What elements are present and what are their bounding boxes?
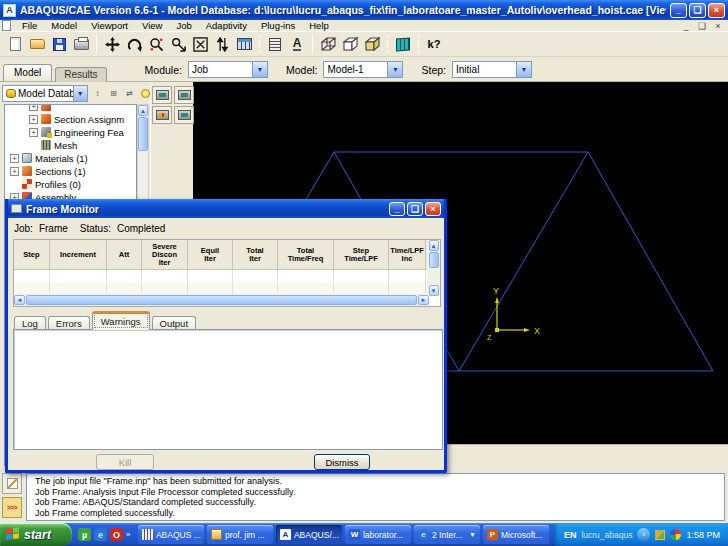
close-button[interactable]: × — [708, 3, 725, 18]
tab-model[interactable]: Model — [3, 64, 52, 81]
wireframe-display-button[interactable] — [317, 34, 339, 55]
menu-view[interactable]: View — [135, 20, 169, 32]
expand-icon[interactable] — [29, 104, 38, 111]
task-button-powerpoint[interactable]: P Microsoft... — [483, 525, 549, 544]
shaded-display-button[interactable] — [361, 34, 383, 55]
create-job-button[interactable] — [152, 86, 172, 104]
module-combo[interactable]: Job — [188, 61, 268, 78]
pan-view-button[interactable] — [101, 34, 123, 55]
chevron-down-icon[interactable] — [252, 62, 267, 77]
scroll-up-icon[interactable]: ▲ — [138, 105, 148, 116]
opera-icon[interactable]: O — [110, 528, 123, 541]
warnings-output-box[interactable] — [13, 329, 443, 450]
box-zoom-button[interactable] — [167, 34, 189, 55]
menu-adaptivity[interactable]: Adaptivity — [199, 20, 254, 32]
child-restore-button[interactable]: ❏ — [696, 20, 708, 31]
utorrent-icon[interactable]: µ — [78, 528, 91, 541]
step-combo[interactable]: Initial — [452, 61, 532, 78]
table-vertical-scrollbar[interactable]: ▲ ▼ — [427, 240, 440, 296]
expand-icon[interactable] — [10, 154, 19, 163]
open-file-button[interactable] — [26, 34, 48, 55]
restore-button[interactable]: ❏ — [689, 3, 706, 18]
minimize-button[interactable]: _ — [670, 3, 687, 18]
group-caret-icon[interactable]: ▼ — [469, 531, 476, 538]
view-options-button[interactable] — [233, 34, 255, 55]
menu-job[interactable]: Job — [169, 20, 198, 32]
tree-item-engineering-features[interactable]: Engineering Fea — [5, 126, 136, 138]
lightbulb-icon[interactable] — [139, 87, 152, 100]
scroll-thumb[interactable] — [26, 295, 417, 305]
chevron-down-icon[interactable] — [73, 86, 87, 101]
mesh-display-button[interactable] — [392, 34, 414, 55]
expand-icon[interactable] — [10, 167, 19, 176]
tab-warnings[interactable]: Warnings — [92, 311, 150, 330]
menu-plugins[interactable]: Plug-ins — [254, 20, 302, 32]
dialog-maximize-button[interactable]: ❏ — [407, 202, 423, 216]
scroll-thumb[interactable] — [138, 117, 148, 151]
table-horizontal-scrollbar[interactable]: ◄ ► — [14, 294, 429, 306]
cycle-views-button[interactable] — [211, 34, 233, 55]
menu-file[interactable]: File — [15, 20, 44, 32]
start-button[interactable]: start — [0, 523, 72, 546]
chevron-down-icon[interactable] — [387, 62, 402, 77]
kill-button[interactable]: Kill — [96, 454, 154, 470]
child-minimize-button[interactable]: _ — [680, 20, 692, 31]
scroll-right-icon[interactable]: ► — [418, 295, 429, 305]
tree-filter-icon[interactable]: ⇄ — [123, 87, 136, 100]
tree-item-mesh[interactable]: Mesh — [5, 139, 136, 151]
tree-item-profiles[interactable]: Profiles (0) — [5, 178, 136, 190]
task-button-word-doc[interactable]: W laborator... — [345, 525, 411, 544]
tray-pinwheel-icon[interactable] — [670, 529, 681, 540]
internet-explorer-icon[interactable]: e — [94, 528, 107, 541]
scroll-thumb[interactable] — [429, 252, 439, 268]
tray-app-icon[interactable] — [655, 530, 665, 540]
chevron-down-icon[interactable] — [516, 62, 531, 77]
dialog-minimize-button[interactable]: _ — [389, 202, 405, 216]
scroll-down-icon[interactable]: ▼ — [429, 285, 439, 296]
menu-help[interactable]: Help — [302, 20, 336, 32]
tab-results[interactable]: Results — [55, 67, 106, 82]
child-close-button[interactable]: × — [712, 20, 724, 31]
message-log-tab[interactable] — [2, 473, 22, 494]
expand-icon[interactable] — [29, 128, 38, 137]
task-button-internet-group[interactable]: e 2 Inter... ▼ — [414, 525, 480, 544]
title-bar[interactable]: A ABAQUS/CAE Version 6.6-1 - Model Datab… — [0, 0, 728, 20]
rotate-view-button[interactable] — [123, 34, 145, 55]
query-button[interactable] — [264, 34, 286, 55]
new-file-button[interactable] — [4, 34, 26, 55]
menu-model[interactable]: Model — [44, 20, 84, 32]
hide-icons-chevron[interactable]: ‹ — [637, 528, 650, 541]
tree-item-sections[interactable]: Sections (1) — [5, 165, 136, 177]
context-help-button[interactable]: k? — [423, 34, 445, 55]
print-button[interactable] — [70, 34, 92, 55]
tree-context-combo[interactable]: Model Datab — [2, 85, 88, 102]
tree-item-clipped[interactable] — [5, 104, 136, 112]
command-line-tab[interactable]: >>> — [2, 497, 22, 518]
child-document-icon[interactable] — [2, 20, 11, 31]
task-button-folder[interactable]: prof. jim ... — [207, 525, 273, 544]
dialog-title-bar[interactable]: Frame Monitor _ ❏ × — [8, 199, 444, 218]
menu-viewport[interactable]: Viewport — [84, 20, 135, 32]
tree-spin-icon[interactable]: ↕ — [91, 87, 104, 100]
frame-monitor-dialog[interactable]: Frame Monitor _ ❏ × Job: Frame Status: C… — [5, 199, 447, 473]
tree-item-materials[interactable]: Materials (1) — [5, 152, 136, 164]
magnify-view-button[interactable] — [145, 34, 167, 55]
annotate-button[interactable]: A — [286, 34, 308, 55]
expand-icon[interactable] — [29, 115, 38, 124]
dialog-close-button[interactable]: × — [425, 202, 441, 216]
language-indicator[interactable]: EN — [564, 530, 577, 540]
dismiss-button[interactable]: Dismiss — [314, 454, 370, 470]
scroll-up-icon[interactable]: ▲ — [429, 240, 439, 251]
create-adaptivity-button[interactable] — [152, 106, 172, 124]
tree-expand-all-icon[interactable]: ⊞ — [107, 87, 120, 100]
scroll-left-icon[interactable]: ◄ — [14, 295, 25, 305]
task-button-abaqus-docs[interactable]: ABAQUS ... — [138, 525, 204, 544]
task-button-abaqus-cae[interactable]: A ABAQUS/... — [276, 525, 342, 544]
job-manager-button[interactable] — [174, 86, 194, 104]
hidden-line-display-button[interactable] — [339, 34, 361, 55]
message-log[interactable]: The job input file "Frame.inp" has been … — [26, 473, 725, 521]
fit-view-button[interactable] — [189, 34, 211, 55]
adaptivity-manager-button[interactable] — [174, 106, 194, 124]
tree-item-section-assignments[interactable]: Section Assignm — [5, 113, 136, 125]
model-combo[interactable]: Model-1 — [323, 61, 403, 78]
